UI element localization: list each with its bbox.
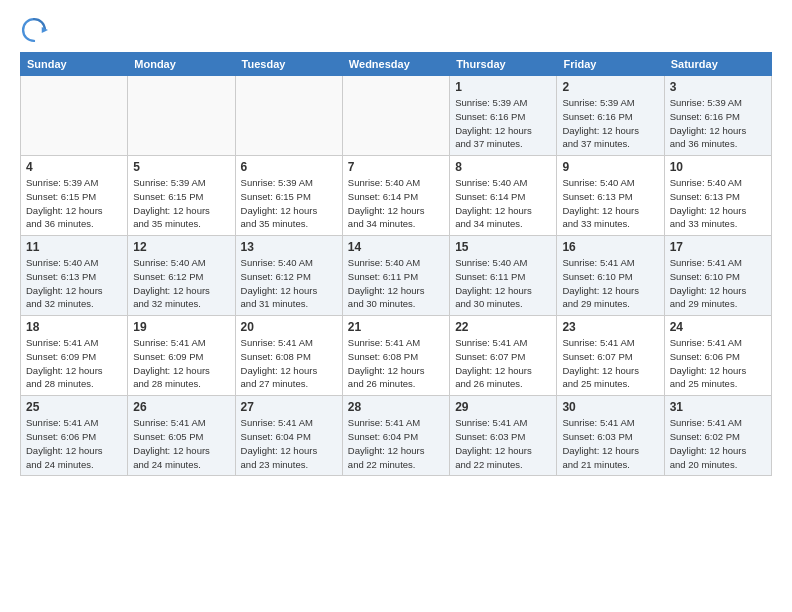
calendar-day-cell [235, 76, 342, 156]
calendar-day-header: Saturday [664, 53, 771, 76]
day-number: 27 [241, 400, 337, 414]
calendar-day-cell: 23Sunrise: 5:41 AM Sunset: 6:07 PM Dayli… [557, 316, 664, 396]
day-info: Sunrise: 5:41 AM Sunset: 6:07 PM Dayligh… [562, 336, 658, 391]
calendar-day-cell: 8Sunrise: 5:40 AM Sunset: 6:14 PM Daylig… [450, 156, 557, 236]
calendar-day-cell: 12Sunrise: 5:40 AM Sunset: 6:12 PM Dayli… [128, 236, 235, 316]
day-info: Sunrise: 5:41 AM Sunset: 6:05 PM Dayligh… [133, 416, 229, 471]
day-info: Sunrise: 5:41 AM Sunset: 6:09 PM Dayligh… [26, 336, 122, 391]
day-number: 23 [562, 320, 658, 334]
day-number: 2 [562, 80, 658, 94]
calendar-day-cell [128, 76, 235, 156]
calendar-day-cell: 16Sunrise: 5:41 AM Sunset: 6:10 PM Dayli… [557, 236, 664, 316]
day-info: Sunrise: 5:40 AM Sunset: 6:13 PM Dayligh… [670, 176, 766, 231]
day-number: 19 [133, 320, 229, 334]
day-info: Sunrise: 5:39 AM Sunset: 6:16 PM Dayligh… [562, 96, 658, 151]
day-info: Sunrise: 5:39 AM Sunset: 6:16 PM Dayligh… [670, 96, 766, 151]
day-number: 22 [455, 320, 551, 334]
calendar-day-cell: 26Sunrise: 5:41 AM Sunset: 6:05 PM Dayli… [128, 396, 235, 476]
calendar-day-cell: 13Sunrise: 5:40 AM Sunset: 6:12 PM Dayli… [235, 236, 342, 316]
day-number: 11 [26, 240, 122, 254]
calendar-header-row: SundayMondayTuesdayWednesdayThursdayFrid… [21, 53, 772, 76]
day-info: Sunrise: 5:41 AM Sunset: 6:03 PM Dayligh… [455, 416, 551, 471]
day-info: Sunrise: 5:41 AM Sunset: 6:08 PM Dayligh… [241, 336, 337, 391]
calendar-day-cell: 31Sunrise: 5:41 AM Sunset: 6:02 PM Dayli… [664, 396, 771, 476]
day-number: 12 [133, 240, 229, 254]
calendar-day-cell: 27Sunrise: 5:41 AM Sunset: 6:04 PM Dayli… [235, 396, 342, 476]
calendar-day-cell: 29Sunrise: 5:41 AM Sunset: 6:03 PM Dayli… [450, 396, 557, 476]
day-number: 3 [670, 80, 766, 94]
day-number: 16 [562, 240, 658, 254]
calendar-day-header: Friday [557, 53, 664, 76]
day-info: Sunrise: 5:40 AM Sunset: 6:11 PM Dayligh… [455, 256, 551, 311]
calendar-day-header: Monday [128, 53, 235, 76]
calendar-day-cell: 9Sunrise: 5:40 AM Sunset: 6:13 PM Daylig… [557, 156, 664, 236]
calendar-day-cell: 11Sunrise: 5:40 AM Sunset: 6:13 PM Dayli… [21, 236, 128, 316]
calendar-day-cell: 17Sunrise: 5:41 AM Sunset: 6:10 PM Dayli… [664, 236, 771, 316]
day-info: Sunrise: 5:39 AM Sunset: 6:15 PM Dayligh… [241, 176, 337, 231]
calendar-week-row: 11Sunrise: 5:40 AM Sunset: 6:13 PM Dayli… [21, 236, 772, 316]
calendar-day-header: Thursday [450, 53, 557, 76]
calendar-day-cell: 21Sunrise: 5:41 AM Sunset: 6:08 PM Dayli… [342, 316, 449, 396]
day-info: Sunrise: 5:40 AM Sunset: 6:13 PM Dayligh… [562, 176, 658, 231]
day-info: Sunrise: 5:41 AM Sunset: 6:09 PM Dayligh… [133, 336, 229, 391]
day-number: 15 [455, 240, 551, 254]
day-info: Sunrise: 5:41 AM Sunset: 6:02 PM Dayligh… [670, 416, 766, 471]
day-number: 24 [670, 320, 766, 334]
logo-icon [20, 16, 48, 44]
calendar-day-cell: 14Sunrise: 5:40 AM Sunset: 6:11 PM Dayli… [342, 236, 449, 316]
day-number: 20 [241, 320, 337, 334]
day-info: Sunrise: 5:41 AM Sunset: 6:03 PM Dayligh… [562, 416, 658, 471]
page: SundayMondayTuesdayWednesdayThursdayFrid… [0, 0, 792, 486]
day-info: Sunrise: 5:40 AM Sunset: 6:11 PM Dayligh… [348, 256, 444, 311]
calendar-day-header: Wednesday [342, 53, 449, 76]
day-info: Sunrise: 5:41 AM Sunset: 6:07 PM Dayligh… [455, 336, 551, 391]
day-info: Sunrise: 5:39 AM Sunset: 6:15 PM Dayligh… [133, 176, 229, 231]
day-number: 9 [562, 160, 658, 174]
calendar-day-header: Sunday [21, 53, 128, 76]
day-number: 14 [348, 240, 444, 254]
logo [20, 16, 52, 44]
calendar-day-cell: 22Sunrise: 5:41 AM Sunset: 6:07 PM Dayli… [450, 316, 557, 396]
day-number: 26 [133, 400, 229, 414]
calendar-day-cell: 6Sunrise: 5:39 AM Sunset: 6:15 PM Daylig… [235, 156, 342, 236]
day-info: Sunrise: 5:41 AM Sunset: 6:10 PM Dayligh… [670, 256, 766, 311]
day-info: Sunrise: 5:41 AM Sunset: 6:04 PM Dayligh… [348, 416, 444, 471]
calendar-table: SundayMondayTuesdayWednesdayThursdayFrid… [20, 52, 772, 476]
calendar-day-header: Tuesday [235, 53, 342, 76]
calendar-day-cell: 19Sunrise: 5:41 AM Sunset: 6:09 PM Dayli… [128, 316, 235, 396]
day-number: 30 [562, 400, 658, 414]
calendar-day-cell: 1Sunrise: 5:39 AM Sunset: 6:16 PM Daylig… [450, 76, 557, 156]
calendar-week-row: 1Sunrise: 5:39 AM Sunset: 6:16 PM Daylig… [21, 76, 772, 156]
day-number: 29 [455, 400, 551, 414]
day-info: Sunrise: 5:40 AM Sunset: 6:12 PM Dayligh… [133, 256, 229, 311]
day-number: 18 [26, 320, 122, 334]
day-info: Sunrise: 5:41 AM Sunset: 6:10 PM Dayligh… [562, 256, 658, 311]
day-info: Sunrise: 5:40 AM Sunset: 6:12 PM Dayligh… [241, 256, 337, 311]
day-number: 25 [26, 400, 122, 414]
day-number: 31 [670, 400, 766, 414]
day-number: 28 [348, 400, 444, 414]
calendar-day-cell: 30Sunrise: 5:41 AM Sunset: 6:03 PM Dayli… [557, 396, 664, 476]
calendar-week-row: 18Sunrise: 5:41 AM Sunset: 6:09 PM Dayli… [21, 316, 772, 396]
calendar-day-cell: 4Sunrise: 5:39 AM Sunset: 6:15 PM Daylig… [21, 156, 128, 236]
day-number: 1 [455, 80, 551, 94]
calendar-day-cell: 15Sunrise: 5:40 AM Sunset: 6:11 PM Dayli… [450, 236, 557, 316]
day-number: 13 [241, 240, 337, 254]
calendar-day-cell: 7Sunrise: 5:40 AM Sunset: 6:14 PM Daylig… [342, 156, 449, 236]
calendar-day-cell: 25Sunrise: 5:41 AM Sunset: 6:06 PM Dayli… [21, 396, 128, 476]
calendar-day-cell: 28Sunrise: 5:41 AM Sunset: 6:04 PM Dayli… [342, 396, 449, 476]
calendar-week-row: 25Sunrise: 5:41 AM Sunset: 6:06 PM Dayli… [21, 396, 772, 476]
day-info: Sunrise: 5:41 AM Sunset: 6:06 PM Dayligh… [26, 416, 122, 471]
day-number: 4 [26, 160, 122, 174]
day-info: Sunrise: 5:40 AM Sunset: 6:14 PM Dayligh… [455, 176, 551, 231]
day-info: Sunrise: 5:39 AM Sunset: 6:16 PM Dayligh… [455, 96, 551, 151]
day-info: Sunrise: 5:41 AM Sunset: 6:08 PM Dayligh… [348, 336, 444, 391]
header [20, 16, 772, 44]
day-info: Sunrise: 5:40 AM Sunset: 6:14 PM Dayligh… [348, 176, 444, 231]
calendar-day-cell [342, 76, 449, 156]
day-number: 17 [670, 240, 766, 254]
calendar-day-cell: 18Sunrise: 5:41 AM Sunset: 6:09 PM Dayli… [21, 316, 128, 396]
calendar-day-cell: 2Sunrise: 5:39 AM Sunset: 6:16 PM Daylig… [557, 76, 664, 156]
calendar-day-cell: 5Sunrise: 5:39 AM Sunset: 6:15 PM Daylig… [128, 156, 235, 236]
day-number: 6 [241, 160, 337, 174]
